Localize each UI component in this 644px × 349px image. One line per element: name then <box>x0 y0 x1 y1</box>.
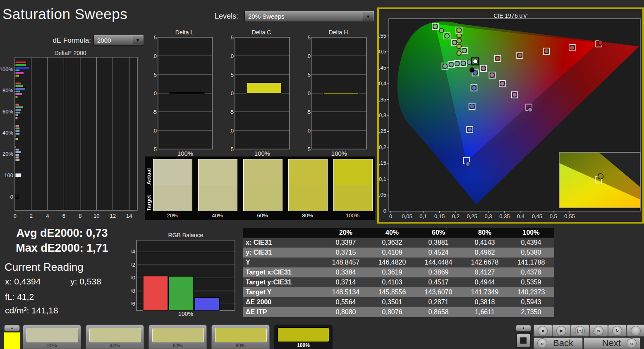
meter-up-button[interactable]: ▲ <box>516 325 531 331</box>
svg-text:12: 12 <box>110 213 116 219</box>
svg-text:104: 104 <box>132 248 135 255</box>
delta-c-title: Delta C <box>230 29 293 36</box>
table-row-label: ΔE ITP <box>243 307 323 317</box>
de-formula-label: dE Formula: <box>33 36 91 45</box>
table-row-label: Target y:CIE31 <box>243 277 323 287</box>
table-cell: 0,3632 <box>369 238 415 248</box>
refresh-button[interactable]: ↻ <box>608 325 627 337</box>
table-column-header: 60% <box>415 228 462 238</box>
actual-target-swatch <box>333 159 373 211</box>
svg-text:10: 10 <box>230 53 234 59</box>
actual-target-swatch <box>198 159 237 211</box>
svg-text:0,35: 0,35 <box>379 96 386 103</box>
svg-text:0: 0 <box>13 213 16 219</box>
svg-text:15: 15 <box>230 36 234 41</box>
table-row: Target y:CIE310,37140,41030,45170,49440,… <box>243 277 554 287</box>
svg-text:0,2: 0,2 <box>452 213 460 219</box>
table-cell: 0,3384 <box>323 267 369 277</box>
tile-swatch <box>89 328 141 342</box>
single-measure-icon: [··] <box>575 326 585 336</box>
next-button-label: Next <box>602 338 621 349</box>
level-tile-40%[interactable]: 40% <box>86 325 144 349</box>
continuous-measure-button[interactable]: ∞ <box>589 325 608 337</box>
table-cell: 141,7349 <box>462 287 508 297</box>
svg-text:0: 0 <box>154 90 157 96</box>
next-button[interactable]: Next » <box>584 337 640 349</box>
actual-target-swatch <box>153 159 192 211</box>
svg-text:0,35: 0,35 <box>499 213 510 219</box>
svg-text:6: 6 <box>62 213 65 219</box>
level-tile-100%[interactable]: 100% <box>274 325 333 349</box>
rgb-x-label: 100% <box>132 310 240 317</box>
table-row: x: CIE310,33970,36320,38810,41430,4394 <box>243 238 554 248</box>
de-formula-value: 2000 <box>97 37 111 44</box>
levels-dropdown[interactable]: 20% Sweeps ▼ <box>244 11 374 22</box>
target-swatch <box>289 185 327 211</box>
table-cell: 142,6678 <box>462 258 508 267</box>
table-cell: 0,8076 <box>369 307 415 317</box>
target-swatch <box>199 185 237 211</box>
table-row-label: ΔE 2000 <box>243 297 323 307</box>
stop-pattern-button[interactable] <box>516 332 531 349</box>
svg-text:0,05: 0,05 <box>379 192 386 198</box>
table-cell: 143,6070 <box>415 287 462 297</box>
table-cell: 0,4378 <box>508 267 554 277</box>
current-y: y: 0,538 <box>70 277 101 286</box>
table-cell: 0,5564 <box>323 297 369 307</box>
back-button[interactable]: « Back <box>534 337 583 349</box>
chevrons-right-icon: » <box>627 338 637 348</box>
stop-button[interactable]: ■ <box>534 325 552 337</box>
table-cell: 0,3501 <box>369 297 415 307</box>
page-title: Saturation Sweeps <box>2 6 127 22</box>
table-row-label: Target Y <box>243 287 323 297</box>
single-measure-button[interactable]: [··] <box>571 325 589 337</box>
svg-text:-15: -15 <box>230 146 234 152</box>
swatch-label: 40% <box>198 212 237 219</box>
table-cell: 0,3397 <box>323 238 369 248</box>
current-fl: fL: 41,2 <box>5 292 34 302</box>
delta-h-chart: 151050-5-10-15100% <box>307 36 370 156</box>
table-cell: 0,4962 <box>462 248 508 258</box>
level-tile-80%[interactable]: 80% <box>211 325 270 349</box>
svg-text:0: 0 <box>10 194 13 200</box>
table-cell: 0,4127 <box>462 267 508 277</box>
rgb-balance-chart: 1041021009896 <box>132 238 240 320</box>
table-cell: 0,4103 <box>369 277 415 287</box>
svg-text:-15: -15 <box>153 146 157 152</box>
svg-text:14: 14 <box>126 213 132 219</box>
table-row: y: CIE310,37150,41080,45240,49620,5380 <box>243 248 554 258</box>
play-button[interactable]: ▶ <box>552 325 571 337</box>
table-cell: 145,8556 <box>369 287 415 297</box>
svg-text:0,4: 0,4 <box>517 213 524 219</box>
svg-text:100: 100 <box>132 274 135 281</box>
table-cell: 0,4517 <box>415 277 462 287</box>
svg-text:-10: -10 <box>153 128 157 134</box>
svg-text:102: 102 <box>132 262 135 268</box>
table-column-header: 80% <box>462 228 508 238</box>
back-button-label: Back <box>553 338 573 349</box>
svg-text:10: 10 <box>153 53 157 59</box>
svg-text:0: 0 <box>383 208 386 214</box>
swatch-label: 20% <box>153 212 192 219</box>
svg-text:2: 2 <box>30 213 33 219</box>
deltae-2000-chart: 02468101214100%80%60%40%20%1000 <box>0 55 141 221</box>
actual-swatch <box>199 159 237 185</box>
svg-text:0,05: 0,05 <box>402 213 412 219</box>
actual-target-swatch <box>243 159 282 211</box>
table-cell: 141,1788 <box>508 258 554 267</box>
target-row-label: Target <box>146 186 152 211</box>
swatch-label: 80% <box>288 212 327 219</box>
table-row-label: Y <box>243 258 323 267</box>
cie-diagram-panel: CIE 1976 u'v' 00,050,10,150,20,250,30,35… <box>377 7 644 224</box>
swatch-panel: Actual Target 20% 40% 60% 80% 100% <box>145 156 375 220</box>
svg-text:10: 10 <box>93 213 99 219</box>
blank-button[interactable] <box>627 325 644 337</box>
table-column-header: 20% <box>323 228 369 238</box>
svg-text:0,5: 0,5 <box>379 48 386 55</box>
svg-text:15: 15 <box>307 36 311 41</box>
level-tile-60%[interactable]: 60% <box>148 325 207 349</box>
svg-text:0: 0 <box>389 213 392 219</box>
level-tile-20%[interactable]: 20% <box>23 325 81 349</box>
de-formula-dropdown[interactable]: 2000 ▼ <box>93 35 144 46</box>
table-cell: 148,8457 <box>323 258 369 267</box>
